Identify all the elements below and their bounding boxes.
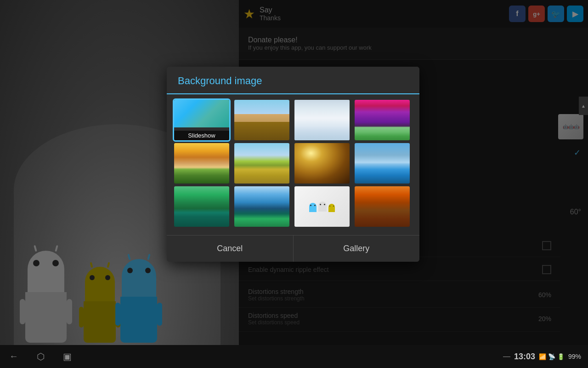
nav-buttons-group: ← ⬡ ▣ bbox=[9, 351, 72, 362]
pier-image bbox=[355, 143, 410, 184]
recents-button[interactable]: ▣ bbox=[63, 351, 72, 362]
floating-land-image bbox=[234, 143, 289, 184]
android-figures-option[interactable] bbox=[294, 186, 350, 227]
slideshow-label: Slideshow bbox=[174, 131, 229, 140]
purple-mountain-option[interactable] bbox=[355, 100, 410, 140]
background-image-dialog: Background image Slideshow bbox=[167, 67, 419, 262]
navigation-bar: ← ⬡ ▣ — 13:03 📶 📡 🔋 99% bbox=[0, 345, 588, 368]
mountains-option[interactable] bbox=[174, 143, 229, 184]
signal-icon: 📡 bbox=[548, 353, 555, 360]
battery-icon: 🔋 bbox=[557, 353, 565, 360]
home-button[interactable]: ⬡ bbox=[37, 351, 45, 362]
winter-option[interactable] bbox=[294, 100, 350, 140]
mountains-image bbox=[174, 143, 229, 184]
cancel-button[interactable]: Cancel bbox=[167, 236, 294, 262]
desert-image bbox=[234, 100, 289, 140]
battery-percentage: 99% bbox=[568, 353, 581, 360]
dialog-header: Background image bbox=[167, 67, 419, 94]
floating-land-option[interactable] bbox=[234, 143, 289, 184]
sunbeam-option[interactable] bbox=[294, 143, 350, 184]
status-time: 13:03 bbox=[514, 352, 535, 362]
dialog-title: Background image bbox=[178, 75, 408, 87]
gallery-button[interactable]: Gallery bbox=[294, 236, 420, 262]
desert-option[interactable] bbox=[234, 100, 289, 140]
purple-mountain-image bbox=[355, 100, 410, 140]
status-dash: — bbox=[503, 352, 510, 361]
autumn-image bbox=[355, 186, 410, 227]
forest-lake-image bbox=[174, 186, 229, 227]
sunbeam-image bbox=[294, 143, 350, 184]
android-figures-image bbox=[294, 186, 350, 227]
blue-forest-option[interactable] bbox=[234, 186, 289, 227]
winter-image bbox=[294, 100, 350, 140]
pier-option[interactable] bbox=[355, 143, 410, 184]
blue-forest-image bbox=[234, 186, 289, 227]
slideshow-option[interactable]: Slideshow bbox=[174, 100, 229, 140]
forest-lake-option[interactable] bbox=[174, 186, 229, 227]
autumn-option[interactable] bbox=[355, 186, 410, 227]
status-icons-group: 📶 📡 🔋 bbox=[539, 353, 565, 360]
dialog-buttons: Cancel Gallery bbox=[167, 235, 419, 262]
dialog-content: Slideshow bbox=[167, 94, 419, 235]
status-bar: — 13:03 📶 📡 🔋 99% bbox=[503, 352, 588, 362]
wifi-icon: 📶 bbox=[539, 353, 546, 360]
image-grid: Slideshow bbox=[174, 100, 412, 227]
back-button[interactable]: ← bbox=[9, 351, 18, 362]
